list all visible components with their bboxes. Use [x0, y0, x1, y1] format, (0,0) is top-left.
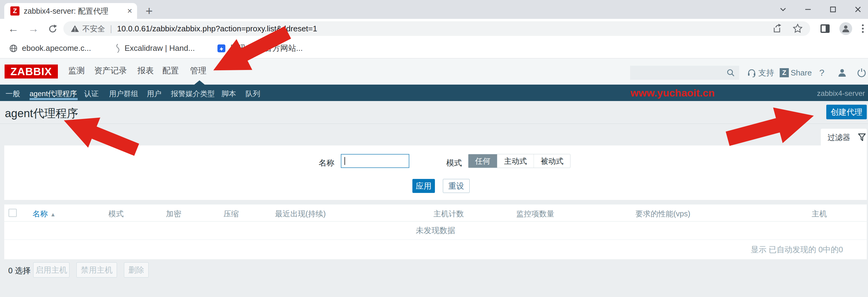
url-text[interactable]: 10.0.0.61/zabbix/zabbix.php?action=proxy… — [117, 24, 767, 33]
watermark-text: www.yuchaoit.cn — [630, 87, 714, 99]
chevron-down-icon[interactable] — [778, 5, 787, 14]
enable-hosts-button[interactable]: 启用主机 — [33, 262, 69, 277]
selected-count: 0 选择 — [8, 265, 31, 276]
globe-icon — [9, 44, 18, 53]
help-link[interactable]: ? — [819, 66, 825, 80]
menu-configuration[interactable]: 配置 — [162, 65, 179, 76]
bookmark-excalidraw[interactable]: Excalidraw | Hand... — [116, 43, 195, 53]
active-menu-notch — [194, 80, 205, 85]
support-link[interactable]: 支持 — [747, 66, 774, 80]
filter-name-input[interactable] — [341, 154, 409, 168]
apply-button[interactable]: 应用 — [412, 179, 435, 193]
menu-administration[interactable]: 管理 — [190, 65, 207, 76]
bookmark-star-icon[interactable] — [793, 24, 803, 34]
bookmark-label: 腾讯文档-官方网站... — [230, 43, 303, 54]
new-tab-button[interactable]: + — [146, 4, 153, 18]
minimize-icon[interactable] — [803, 5, 812, 14]
zabbix-share-badge-icon: Z — [780, 68, 789, 77]
bookmark-label: Excalidraw | Hand... — [125, 43, 195, 53]
column-name[interactable]: 名称▲ — [33, 209, 56, 219]
close-window-icon[interactable] — [854, 5, 863, 14]
mass-action-bar: 0 选择 启用主机 禁用主机 删除 — [0, 262, 868, 277]
filter-tab[interactable]: 过滤器 — [821, 129, 867, 146]
column-encryption: 加密 — [166, 209, 181, 219]
admin-subnav: 一般 agent代理程序 认证 用户群组 用户 报警媒介类型 脚本 队列 www… — [0, 85, 868, 101]
column-required-performance: 要求的性能(vps) — [635, 209, 690, 219]
screen: Z zabbix4-server: 配置代理 × + ← → 不安全 | 1 — [0, 0, 868, 297]
subnav-queue[interactable]: 队列 — [246, 89, 260, 99]
logout-power-icon[interactable] — [857, 68, 867, 78]
search-input[interactable] — [630, 66, 739, 80]
zabbix-header: ZABBIX 监测 资产记录 报表 配置 管理 支持 Z Share ? — [0, 59, 868, 85]
menu-inventory[interactable]: 资产记录 — [94, 65, 127, 76]
column-hosts: 主机 — [812, 209, 827, 219]
subnav-scripts[interactable]: 脚本 — [221, 89, 236, 99]
forward-button[interactable]: → — [28, 23, 39, 34]
maximize-icon[interactable] — [828, 5, 838, 14]
address-bar[interactable]: 不安全 | 10.0.0.61/zabbix/zabbix.php?action… — [63, 21, 810, 36]
proxy-table: 名称▲ 模式 加密 压缩 最近出现(持续) 主机计数 监控项数量 要求的性能(v… — [4, 204, 867, 259]
server-name: zabbix4-server — [817, 89, 865, 98]
person-icon — [841, 24, 850, 33]
subnav-media-types[interactable]: 报警媒介类型 — [171, 89, 215, 99]
subnav-user-groups[interactable]: 用户群组 — [109, 89, 138, 99]
filter-mode-label: 模式 — [446, 158, 462, 168]
reset-button[interactable]: 重设 — [443, 179, 470, 193]
bookmark-label: ebook.apecome.c... — [22, 43, 91, 53]
column-last-seen: 最近出现(持续) — [275, 209, 326, 219]
reload-button[interactable] — [48, 24, 58, 34]
support-label: 支持 — [758, 68, 774, 78]
mode-option-any[interactable]: 任何 — [468, 154, 497, 168]
subnav-general[interactable]: 一般 — [5, 89, 20, 99]
text-caret — [344, 157, 345, 165]
delete-button[interactable]: 删除 — [124, 262, 149, 277]
headset-icon — [747, 68, 756, 77]
profile-avatar[interactable] — [839, 22, 852, 35]
address-divider: | — [110, 24, 112, 33]
column-mode: 模式 — [108, 209, 124, 219]
page-title: agent代理程序 — [5, 106, 78, 121]
disable-hosts-button[interactable]: 禁用主机 — [76, 262, 117, 277]
menu-monitoring[interactable]: 监测 — [68, 65, 85, 76]
toolbar-right — [819, 21, 865, 36]
bookmark-tencent-docs[interactable]: 腾讯文档-官方网站... — [217, 43, 303, 54]
mode-option-passive[interactable]: 被动式 — [534, 154, 570, 168]
user-profile-icon[interactable] — [837, 68, 847, 78]
table-footer-summary: 显示 已自动发现的 0中的0 — [4, 240, 867, 259]
subnav-proxies[interactable]: agent代理程序 — [30, 89, 77, 99]
menu-reports[interactable]: 报表 — [137, 65, 154, 76]
active-subnav-underline — [30, 98, 78, 100]
side-panel-icon[interactable] — [819, 23, 831, 34]
filter-funnel-icon — [858, 133, 866, 141]
mode-option-active[interactable]: 主动式 — [497, 154, 534, 168]
back-button[interactable]: ← — [8, 23, 19, 34]
security-label[interactable]: 不安全 — [82, 24, 105, 34]
sort-asc-icon: ▲ — [50, 211, 56, 218]
bookmarks-bar: ebook.apecome.c... Excalidraw | Hand... … — [0, 38, 868, 59]
table-header-row: 名称▲ 模式 加密 压缩 最近出现(持续) 主机计数 监控项数量 要求的性能(v… — [4, 204, 867, 222]
browser-tab-strip: Z zabbix4-server: 配置代理 × + — [0, 0, 868, 19]
share-link[interactable]: Z Share — [780, 66, 812, 80]
column-host-count: 主机计数 — [433, 209, 464, 219]
window-controls — [778, 0, 868, 19]
not-secure-warning-icon[interactable] — [71, 25, 79, 33]
zabbix-logo[interactable]: ZABBIX — [5, 65, 58, 78]
column-item-count: 监控项数量 — [516, 209, 554, 219]
tab-close-icon[interactable]: × — [127, 7, 132, 15]
browser-menu-icon[interactable] — [861, 24, 865, 34]
zabbix-favicon-icon: Z — [10, 6, 20, 15]
bookmark-ebook[interactable]: ebook.apecome.c... — [9, 43, 91, 53]
subnav-authentication[interactable]: 认证 — [84, 89, 99, 99]
mode-segmented-control: 任何 主动式 被动式 — [468, 154, 570, 168]
tencent-docs-icon — [217, 44, 226, 53]
browser-toolbar: ← → 不安全 | 10.0.0.61/zabbix/zabbix.php?ac… — [0, 19, 868, 38]
search-icon[interactable] — [726, 68, 735, 77]
create-proxy-button[interactable]: 创建代理 — [826, 105, 867, 119]
tab-title: zabbix4-server: 配置代理 — [24, 6, 124, 16]
select-all-checkbox[interactable] — [8, 209, 17, 217]
subnav-users[interactable]: 用户 — [147, 89, 161, 99]
empty-table-message: 未发现数据 — [4, 222, 867, 240]
title-divider — [0, 124, 868, 124]
share-icon[interactable] — [772, 24, 782, 34]
browser-tab[interactable]: Z zabbix4-server: 配置代理 × — [4, 3, 137, 19]
